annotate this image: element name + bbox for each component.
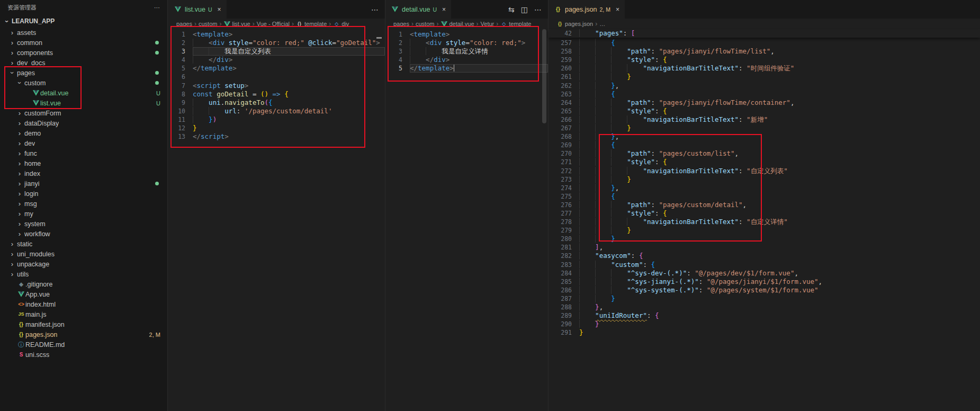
tree-item-index[interactable]: ›index (0, 168, 167, 178)
code-editor[interactable]: 1<template>2 <div style="color: red;" @c… (168, 29, 385, 141)
tree-item-home[interactable]: ›home (0, 158, 167, 168)
code-line-263[interactable]: 263 { (549, 90, 980, 99)
tree-item-common[interactable]: ›common (0, 38, 167, 48)
code-line-13[interactable]: 13</script> (168, 132, 385, 141)
tree-item-msg[interactable]: ›msg (0, 199, 167, 209)
code-line-282[interactable]: 282 "easycom": { (549, 252, 980, 260)
tree-item-assets[interactable]: ›assets (0, 28, 167, 38)
code-editor[interactable]: 257 {258 "path": "pages/jianyi/flowTime/… (549, 38, 980, 337)
tree-item-static[interactable]: ›static (0, 239, 167, 249)
code-line-4[interactable]: 4 </div> (385, 56, 548, 64)
breadcrumb-item[interactable]: Vetur (481, 21, 495, 27)
tab-list-vue[interactable]: list.vue U × (168, 0, 227, 19)
tree-item-components[interactable]: ›components (0, 48, 167, 58)
code-line-10[interactable]: 10 url: '/pages/custom/detail' (168, 107, 385, 115)
tree-item-index.html[interactable]: <>index.html (0, 299, 167, 309)
tab-pages-json[interactable]: {} pages.json 2, M × (549, 0, 625, 19)
code-line-8[interactable]: 8const goDetail = () => { (168, 90, 385, 99)
code-line-279[interactable]: 279 } (549, 226, 980, 235)
code-line-1[interactable]: 1<template> (168, 30, 385, 39)
code-line-288[interactable]: 288 }, (549, 303, 980, 311)
code-line-280[interactable]: 280 } (549, 235, 980, 243)
tree-item-uni_modules[interactable]: ›uni_modules (0, 249, 167, 259)
tree-item-workflow[interactable]: ›workflow (0, 229, 167, 239)
tree-item-my[interactable]: ›my (0, 209, 167, 219)
tree-item-.gitignore[interactable]: ◆.gitignore (0, 279, 167, 289)
code-line-260[interactable]: 260 "navigationBarTitleText": "时间组件验证" (549, 64, 980, 73)
code-line-3[interactable]: 3 我是自定义列表 (168, 47, 385, 56)
breadcrumb-item[interactable]: Vue - Official (257, 21, 290, 27)
breadcrumb-item[interactable]: … (599, 21, 605, 27)
tree-item-system[interactable]: ›system (0, 219, 167, 229)
code-line-276[interactable]: 276 "path": "pages/custom/detail", (549, 201, 980, 209)
tree-item-utils[interactable]: ›utils (0, 269, 167, 279)
code-line-289[interactable]: 289 "uniIdRouter": { (549, 311, 980, 320)
code-line-5[interactable]: 5</template> (168, 64, 385, 73)
code-line-3[interactable]: 3 我是自定义详情 (385, 47, 548, 56)
code-line-290[interactable]: 290 } (549, 320, 980, 328)
code-line-258[interactable]: 258 "path": "pages/jianyi/flowTime/list"… (549, 47, 980, 56)
code-line-274[interactable]: 274 }, (549, 184, 980, 192)
code-line-267[interactable]: 267 } (549, 124, 980, 132)
breadcrumb-item[interactable]: detail.vue (440, 21, 474, 27)
tree-item-detail.vue[interactable]: detail.vueU (0, 88, 167, 98)
code-line-268[interactable]: 268 }, (549, 132, 980, 141)
code-line-273[interactable]: 273 } (549, 175, 980, 184)
code-line-264[interactable]: 264 "path": "pages/jianyi/flowTime/conta… (549, 99, 980, 107)
code-line-266[interactable]: 266 "navigationBarTitleText": "新增" (549, 115, 980, 124)
code-line-6[interactable]: 6 (168, 73, 385, 81)
breadcrumb-item[interactable]: {}pages.json (556, 21, 593, 27)
split-editor-icon[interactable]: ◫ (521, 5, 528, 14)
breadcrumb-item[interactable]: custom (416, 21, 434, 27)
code-line-284[interactable]: 284 "^sys-dev-(.*)": "@/pages/dev/$1/for… (549, 269, 980, 278)
breadcrumb-item[interactable]: {}template (296, 21, 327, 27)
code-line-283[interactable]: 283 "custom": { (549, 261, 980, 269)
breadcrumb-item[interactable]: ◇template (500, 21, 531, 27)
open-changes-icon[interactable]: ⇆ (508, 5, 515, 14)
code-line-9[interactable]: 9 uni.navigateTo({ (168, 99, 385, 107)
tree-item-README.md[interactable]: ⓘREADME.md (0, 339, 167, 350)
vertical-scrollbar[interactable] (542, 29, 546, 123)
breadcrumb-item[interactable]: ◇div (333, 21, 349, 27)
breadcrumb-item[interactable]: list.vue (223, 21, 250, 27)
breadcrumb-item[interactable]: pages (176, 21, 192, 27)
close-icon[interactable]: × (616, 6, 619, 13)
tree-item-func[interactable]: ›func (0, 148, 167, 158)
code-line-259[interactable]: 259 "style": { (549, 56, 980, 64)
more-actions-icon[interactable]: ⋯ (534, 5, 542, 14)
code-line-262[interactable]: 262 }, (549, 82, 980, 90)
tree-item-dataDisplay[interactable]: ›dataDisplay (0, 118, 167, 128)
code-editor[interactable]: 1<template>2 <div style="color: red;">3 … (385, 29, 548, 73)
tree-item-customForm[interactable]: ›customForm (0, 108, 167, 118)
tree-item-uni.scss[interactable]: Suni.scss (0, 350, 167, 360)
more-actions-icon[interactable]: ⋯ (154, 4, 160, 11)
code-line-12[interactable]: 12} (168, 124, 385, 132)
tree-item-main.js[interactable]: JSmain.js (0, 309, 167, 319)
code-line-287[interactable]: 287 } (549, 294, 980, 303)
code-line-11[interactable]: 11 }) (168, 115, 385, 124)
close-icon[interactable]: × (218, 6, 221, 13)
code-line-5[interactable]: 5</template> (385, 64, 548, 73)
code-line-281[interactable]: 281 ], (549, 243, 980, 252)
code-line-265[interactable]: 265 "style": { (549, 107, 980, 115)
code-line-4[interactable]: 4 </div> (168, 56, 385, 64)
breadcrumb-item[interactable]: custom (199, 21, 217, 27)
tree-item-login[interactable]: ›login (0, 189, 167, 199)
code-line-278[interactable]: 278 "navigationBarTitleText": "自定义详情" (549, 218, 980, 226)
code-line-261[interactable]: 261 } (549, 73, 980, 81)
code-line-291[interactable]: 291} (549, 328, 980, 337)
code-line-285[interactable]: 285 "^sys-jianyi-(.*)": "@/pages/jianyi/… (549, 278, 980, 286)
code-line-2[interactable]: 2 <div style="color: red;"> (385, 39, 548, 47)
tree-item-list.vue[interactable]: list.vueU (0, 98, 167, 108)
tree-item-demo[interactable]: ›demo (0, 128, 167, 138)
code-line-7[interactable]: 7<script setup> (168, 82, 385, 90)
code-line-269[interactable]: 269 { (549, 141, 980, 149)
more-actions-icon[interactable]: ⋯ (371, 5, 379, 14)
code-line-272[interactable]: 272 "navigationBarTitleText": "自定义列表" (549, 167, 980, 175)
tree-item-custom[interactable]: ›custom (0, 78, 167, 88)
code-line-1[interactable]: 1<template> (385, 30, 548, 39)
tree-item-pages.json[interactable]: {}pages.json2, M (0, 329, 167, 339)
sticky-scroll-line[interactable]: 42 "pages": [ (549, 29, 980, 38)
project-root-row[interactable]: › LEARUN_APP (0, 15, 167, 28)
code-line-2[interactable]: 2 <div style="color: red;" @click="goDet… (168, 39, 385, 47)
